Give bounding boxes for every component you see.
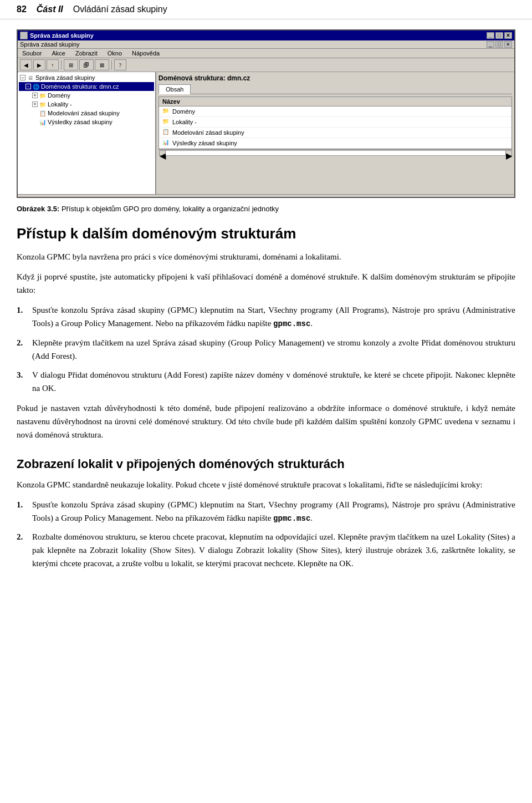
section2-heading: Zobrazení lokalit v připojených doménový… (17, 457, 515, 471)
tab-bar: Obsah (158, 84, 512, 94)
menubar: Soubor Akce Zobrazit Okno Nápověda (18, 49, 514, 58)
right-pane: Doménová struktura: dmn.cz Obsah Název 📁… (156, 72, 514, 194)
window-icon (20, 32, 28, 39)
close-button[interactable]: ✕ (504, 32, 512, 39)
list-icon-0: 📁 (162, 108, 170, 115)
step1-1-number: 1. (17, 303, 27, 330)
toolbar-btn3[interactable]: ⊠ (95, 59, 109, 70)
list-label-0: Domény (172, 108, 195, 115)
section1-para1: Konzola GPMC byla navržena pro práci s v… (17, 250, 515, 263)
list-icon-2: 📋 (162, 129, 170, 136)
step2-2-text: Rozbalte doménovou strukturu, se kterou … (32, 530, 515, 570)
caption-text: Přístup k objektům GPO pro domény, lokal… (62, 205, 279, 213)
tree-label-forest: Doménová struktura: dmn.cz (41, 83, 119, 90)
page-header: 82 Část II Ovládání zásad skupiny (0, 0, 532, 19)
list-label-1: Lokality - (172, 119, 197, 125)
tab-obsah[interactable]: Obsah (158, 84, 191, 94)
section1-para2: Když ji poprvé spustíte, jste automatick… (17, 270, 515, 297)
list-label-3: Výsledky zásad skupiny (172, 140, 237, 146)
caption-label: Obrázek 3.5: (17, 205, 59, 213)
list-row-3[interactable]: 📊 Výsledky zásad skupiny (159, 138, 511, 149)
step1-2: 2. Klepněte pravým tlačítkem na uzel Spr… (17, 336, 515, 363)
tree-icon-modelovani: 📋 (39, 109, 47, 117)
tree-modelovani[interactable]: 📋 Modelování zásad skupiny (19, 109, 154, 118)
secondary-minimize[interactable]: _ (487, 41, 494, 48)
toolbar-help[interactable]: ? (114, 59, 126, 70)
tree-icon-root: 🖥 (27, 74, 34, 82)
tree-root[interactable]: − 🖥 Správa zásad skupiny (19, 73, 154, 82)
maximize-button[interactable]: □ (495, 32, 503, 39)
content-list: Název 📁 Domény 📁 Lokality - 📋 Modelování… (158, 96, 512, 149)
step2-2-number: 2. (17, 530, 27, 570)
tree-icon-vysledky: 📊 (39, 118, 47, 126)
menu-napoveda[interactable]: Nápověda (130, 49, 162, 57)
list-row-0[interactable]: 📁 Domény (159, 106, 511, 117)
screenshot-window: Správa zásad skupiny _ □ ✕ Správa zásad … (17, 29, 515, 198)
status-bar (18, 194, 514, 197)
menu-okno[interactable]: Okno (105, 49, 124, 57)
tree-label-root: Správa zásad skupiny (35, 74, 95, 81)
step1-3-number: 3. (17, 368, 27, 395)
section1-heading: Přístup k dalším doménovým strukturám (17, 225, 515, 242)
main-content: Správa zásad skupiny _ □ ✕ Správa zásad … (0, 19, 532, 593)
tree-label-lokality: Lokality - (48, 101, 72, 108)
tree-icon-lokality: 📁 (39, 100, 47, 108)
tree-label-modelovani: Modelování zásad skupiny (48, 110, 120, 116)
step1-2-text: Klepněte pravým tlačítkem na uzel Správa… (32, 336, 515, 363)
tree-icon-forest: 🌐 (32, 83, 40, 90)
secondary-titlebar: Správa zásad skupiny _ □ ✕ (18, 40, 514, 49)
window-controls: _ □ ✕ (487, 32, 512, 39)
section1-steps: 1. Spusťte konzolu Správa zásad skupiny … (17, 303, 515, 394)
list-row-2[interactable]: 📋 Modelování zásad skupiny (159, 128, 511, 138)
section2-para1: Konzola GPMC standardně neukazuje lokali… (17, 478, 515, 491)
section2-steps: 1. Spusťte konzolu Správa zásad skupiny … (17, 498, 515, 570)
toolbar: ◀ ▶ ↑ ⊞ 🗐 ⊠ ? (18, 58, 514, 72)
toolbar-separator2 (111, 60, 112, 70)
menu-zobrazit[interactable]: Zobrazit (73, 49, 100, 57)
list-label-2: Modelování zásad skupiny (172, 129, 244, 136)
part-label: Část II (37, 4, 63, 14)
scrollbar-left-btn[interactable]: ◀ (159, 150, 166, 156)
tree-domain-forest[interactable]: − 🌐 Doménová struktura: dmn.cz (19, 82, 154, 91)
list-header: Název (159, 97, 511, 106)
secondary-restore[interactable]: □ (495, 41, 503, 48)
tree-label-vysledky: Výsledky zásad skupiny (48, 119, 112, 125)
tree-expand-domains[interactable]: + (32, 93, 38, 98)
toolbar-btn2[interactable]: 🗐 (79, 59, 94, 70)
minimize-button[interactable]: _ (487, 32, 494, 39)
tree-pane: − 🖥 Správa zásad skupiny − 🌐 Doménová st… (18, 72, 156, 194)
tree-expand-root[interactable]: − (20, 75, 25, 80)
list-row-1[interactable]: 📁 Lokality - (159, 117, 511, 128)
tree-label-domains: Domény (48, 92, 70, 99)
tree-domains[interactable]: + 📁 Domény (19, 91, 154, 100)
right-pane-title: Doménová struktura: dmn.cz (158, 74, 512, 82)
scrollbar-right-btn[interactable]: ▶ (505, 150, 512, 156)
step1-2-number: 2. (17, 336, 27, 363)
tree-expand-forest[interactable]: − (25, 84, 31, 89)
tree-expand-lokality[interactable]: + (32, 101, 38, 107)
menu-soubor[interactable]: Soubor (20, 49, 44, 57)
step1-3-text: V dialogu Přidat doménovou strukturu (Ad… (32, 368, 515, 395)
step2-2: 2. Rozbalte doménovou strukturu, se kter… (17, 530, 515, 570)
toolbar-btn1[interactable]: ⊞ (64, 59, 78, 70)
list-icon-3: 📊 (162, 139, 170, 147)
tree-vysledky[interactable]: 📊 Výsledky zásad skupiny (19, 118, 154, 126)
figure-caption: Obrázek 3.5: Přístup k objektům GPO pro … (17, 205, 515, 213)
step1-1-text: Spusťte konzolu Správa zásad skupiny (GP… (32, 303, 515, 330)
tree-lokality[interactable]: + 📁 Lokality - (19, 100, 154, 109)
secondary-controls: _ □ ✕ (487, 41, 512, 48)
secondary-close[interactable]: ✕ (504, 41, 512, 48)
tree-icon-domains: 📁 (39, 92, 47, 99)
toolbar-separator1 (61, 60, 62, 70)
toolbar-up[interactable]: ↑ (47, 59, 59, 70)
menu-akce[interactable]: Akce (49, 49, 67, 57)
step1-3: 3. V dialogu Přidat doménovou strukturu … (17, 368, 515, 395)
toolbar-back[interactable]: ◀ (20, 59, 32, 70)
step1-1: 1. Spusťte konzolu Správa zásad skupiny … (17, 303, 515, 330)
toolbar-forward[interactable]: ▶ (33, 59, 45, 70)
scrollbar-track (166, 150, 505, 156)
section1-closing: Pokud je nastaven vztah důvěryhodnosti k… (17, 402, 515, 441)
window-titlebar: Správa zásad skupiny _ □ ✕ (18, 31, 514, 40)
horizontal-scrollbar[interactable]: ◀ ▶ (158, 149, 512, 156)
window-title: Správa zásad skupiny (30, 32, 94, 39)
